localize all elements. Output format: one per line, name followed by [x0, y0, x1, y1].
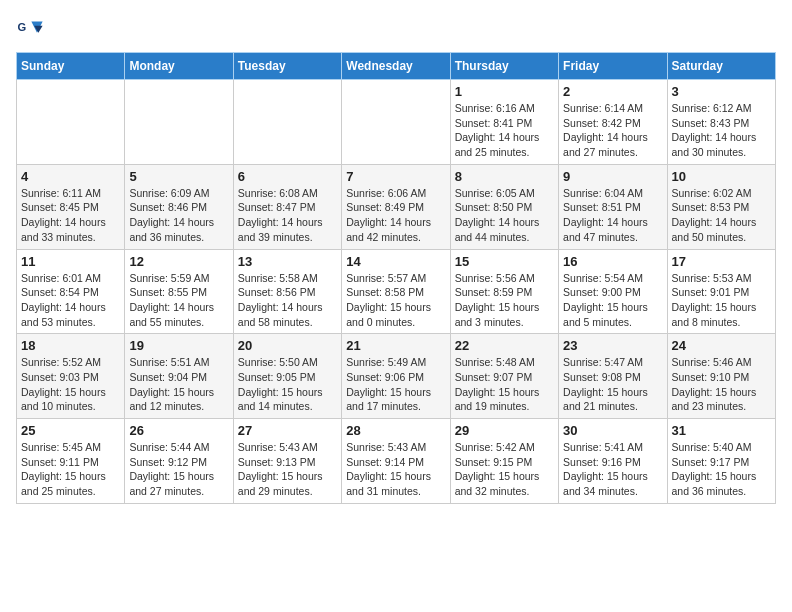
- day-cell: 31Sunrise: 5:40 AM Sunset: 9:17 PM Dayli…: [667, 419, 775, 504]
- day-detail: Sunrise: 6:04 AM Sunset: 8:51 PM Dayligh…: [563, 186, 662, 245]
- day-number: 19: [129, 338, 228, 353]
- calendar-body: 1Sunrise: 6:16 AM Sunset: 8:41 PM Daylig…: [17, 80, 776, 504]
- day-number: 24: [672, 338, 771, 353]
- week-row-2: 11Sunrise: 6:01 AM Sunset: 8:54 PM Dayli…: [17, 249, 776, 334]
- day-detail: Sunrise: 6:12 AM Sunset: 8:43 PM Dayligh…: [672, 101, 771, 160]
- day-number: 8: [455, 169, 554, 184]
- day-detail: Sunrise: 5:53 AM Sunset: 9:01 PM Dayligh…: [672, 271, 771, 330]
- day-detail: Sunrise: 5:42 AM Sunset: 9:15 PM Dayligh…: [455, 440, 554, 499]
- svg-text:G: G: [17, 21, 26, 33]
- day-cell: [17, 80, 125, 165]
- day-detail: Sunrise: 6:05 AM Sunset: 8:50 PM Dayligh…: [455, 186, 554, 245]
- day-number: 30: [563, 423, 662, 438]
- day-detail: Sunrise: 5:43 AM Sunset: 9:13 PM Dayligh…: [238, 440, 337, 499]
- day-cell: 25Sunrise: 5:45 AM Sunset: 9:11 PM Dayli…: [17, 419, 125, 504]
- day-number: 23: [563, 338, 662, 353]
- calendar-header: SundayMondayTuesdayWednesdayThursdayFrid…: [17, 53, 776, 80]
- week-row-3: 18Sunrise: 5:52 AM Sunset: 9:03 PM Dayli…: [17, 334, 776, 419]
- day-detail: Sunrise: 5:59 AM Sunset: 8:55 PM Dayligh…: [129, 271, 228, 330]
- day-detail: Sunrise: 5:52 AM Sunset: 9:03 PM Dayligh…: [21, 355, 120, 414]
- day-detail: Sunrise: 6:11 AM Sunset: 8:45 PM Dayligh…: [21, 186, 120, 245]
- day-cell: 12Sunrise: 5:59 AM Sunset: 8:55 PM Dayli…: [125, 249, 233, 334]
- day-number: 15: [455, 254, 554, 269]
- day-cell: [342, 80, 450, 165]
- weekday-tuesday: Tuesday: [233, 53, 341, 80]
- day-number: 4: [21, 169, 120, 184]
- weekday-wednesday: Wednesday: [342, 53, 450, 80]
- day-cell: 20Sunrise: 5:50 AM Sunset: 9:05 PM Dayli…: [233, 334, 341, 419]
- day-number: 3: [672, 84, 771, 99]
- day-cell: 9Sunrise: 6:04 AM Sunset: 8:51 PM Daylig…: [559, 164, 667, 249]
- day-number: 9: [563, 169, 662, 184]
- day-cell: [233, 80, 341, 165]
- day-number: 20: [238, 338, 337, 353]
- day-number: 26: [129, 423, 228, 438]
- day-number: 6: [238, 169, 337, 184]
- day-number: 11: [21, 254, 120, 269]
- calendar-table: SundayMondayTuesdayWednesdayThursdayFrid…: [16, 52, 776, 504]
- week-row-0: 1Sunrise: 6:16 AM Sunset: 8:41 PM Daylig…: [17, 80, 776, 165]
- day-detail: Sunrise: 5:57 AM Sunset: 8:58 PM Dayligh…: [346, 271, 445, 330]
- day-cell: 27Sunrise: 5:43 AM Sunset: 9:13 PM Dayli…: [233, 419, 341, 504]
- day-cell: 3Sunrise: 6:12 AM Sunset: 8:43 PM Daylig…: [667, 80, 775, 165]
- day-detail: Sunrise: 5:49 AM Sunset: 9:06 PM Dayligh…: [346, 355, 445, 414]
- day-cell: [125, 80, 233, 165]
- day-detail: Sunrise: 6:09 AM Sunset: 8:46 PM Dayligh…: [129, 186, 228, 245]
- day-number: 27: [238, 423, 337, 438]
- day-detail: Sunrise: 5:40 AM Sunset: 9:17 PM Dayligh…: [672, 440, 771, 499]
- day-detail: Sunrise: 5:54 AM Sunset: 9:00 PM Dayligh…: [563, 271, 662, 330]
- day-number: 31: [672, 423, 771, 438]
- day-detail: Sunrise: 5:50 AM Sunset: 9:05 PM Dayligh…: [238, 355, 337, 414]
- day-cell: 26Sunrise: 5:44 AM Sunset: 9:12 PM Dayli…: [125, 419, 233, 504]
- day-cell: 5Sunrise: 6:09 AM Sunset: 8:46 PM Daylig…: [125, 164, 233, 249]
- day-detail: Sunrise: 5:58 AM Sunset: 8:56 PM Dayligh…: [238, 271, 337, 330]
- weekday-thursday: Thursday: [450, 53, 558, 80]
- day-cell: 1Sunrise: 6:16 AM Sunset: 8:41 PM Daylig…: [450, 80, 558, 165]
- day-detail: Sunrise: 5:48 AM Sunset: 9:07 PM Dayligh…: [455, 355, 554, 414]
- day-detail: Sunrise: 5:43 AM Sunset: 9:14 PM Dayligh…: [346, 440, 445, 499]
- day-cell: 4Sunrise: 6:11 AM Sunset: 8:45 PM Daylig…: [17, 164, 125, 249]
- day-cell: 30Sunrise: 5:41 AM Sunset: 9:16 PM Dayli…: [559, 419, 667, 504]
- day-cell: 22Sunrise: 5:48 AM Sunset: 9:07 PM Dayli…: [450, 334, 558, 419]
- day-cell: 23Sunrise: 5:47 AM Sunset: 9:08 PM Dayli…: [559, 334, 667, 419]
- weekday-monday: Monday: [125, 53, 233, 80]
- day-number: 7: [346, 169, 445, 184]
- day-number: 10: [672, 169, 771, 184]
- day-cell: 15Sunrise: 5:56 AM Sunset: 8:59 PM Dayli…: [450, 249, 558, 334]
- day-number: 22: [455, 338, 554, 353]
- day-number: 5: [129, 169, 228, 184]
- day-cell: 21Sunrise: 5:49 AM Sunset: 9:06 PM Dayli…: [342, 334, 450, 419]
- day-cell: 8Sunrise: 6:05 AM Sunset: 8:50 PM Daylig…: [450, 164, 558, 249]
- logo-icon: G: [16, 16, 44, 44]
- day-number: 18: [21, 338, 120, 353]
- day-detail: Sunrise: 5:44 AM Sunset: 9:12 PM Dayligh…: [129, 440, 228, 499]
- day-cell: 18Sunrise: 5:52 AM Sunset: 9:03 PM Dayli…: [17, 334, 125, 419]
- day-cell: 24Sunrise: 5:46 AM Sunset: 9:10 PM Dayli…: [667, 334, 775, 419]
- page-header: G: [16, 16, 776, 44]
- week-row-4: 25Sunrise: 5:45 AM Sunset: 9:11 PM Dayli…: [17, 419, 776, 504]
- day-detail: Sunrise: 5:45 AM Sunset: 9:11 PM Dayligh…: [21, 440, 120, 499]
- day-cell: 16Sunrise: 5:54 AM Sunset: 9:00 PM Dayli…: [559, 249, 667, 334]
- day-cell: 17Sunrise: 5:53 AM Sunset: 9:01 PM Dayli…: [667, 249, 775, 334]
- week-row-1: 4Sunrise: 6:11 AM Sunset: 8:45 PM Daylig…: [17, 164, 776, 249]
- day-number: 14: [346, 254, 445, 269]
- day-detail: Sunrise: 5:56 AM Sunset: 8:59 PM Dayligh…: [455, 271, 554, 330]
- day-detail: Sunrise: 5:47 AM Sunset: 9:08 PM Dayligh…: [563, 355, 662, 414]
- day-number: 29: [455, 423, 554, 438]
- day-detail: Sunrise: 6:14 AM Sunset: 8:42 PM Dayligh…: [563, 101, 662, 160]
- logo: G: [16, 16, 48, 44]
- day-detail: Sunrise: 6:08 AM Sunset: 8:47 PM Dayligh…: [238, 186, 337, 245]
- day-number: 2: [563, 84, 662, 99]
- day-detail: Sunrise: 5:41 AM Sunset: 9:16 PM Dayligh…: [563, 440, 662, 499]
- day-detail: Sunrise: 5:46 AM Sunset: 9:10 PM Dayligh…: [672, 355, 771, 414]
- day-detail: Sunrise: 5:51 AM Sunset: 9:04 PM Dayligh…: [129, 355, 228, 414]
- weekday-saturday: Saturday: [667, 53, 775, 80]
- day-number: 17: [672, 254, 771, 269]
- day-cell: 19Sunrise: 5:51 AM Sunset: 9:04 PM Dayli…: [125, 334, 233, 419]
- day-cell: 6Sunrise: 6:08 AM Sunset: 8:47 PM Daylig…: [233, 164, 341, 249]
- day-cell: 2Sunrise: 6:14 AM Sunset: 8:42 PM Daylig…: [559, 80, 667, 165]
- day-number: 28: [346, 423, 445, 438]
- weekday-friday: Friday: [559, 53, 667, 80]
- day-cell: 28Sunrise: 5:43 AM Sunset: 9:14 PM Dayli…: [342, 419, 450, 504]
- day-detail: Sunrise: 6:01 AM Sunset: 8:54 PM Dayligh…: [21, 271, 120, 330]
